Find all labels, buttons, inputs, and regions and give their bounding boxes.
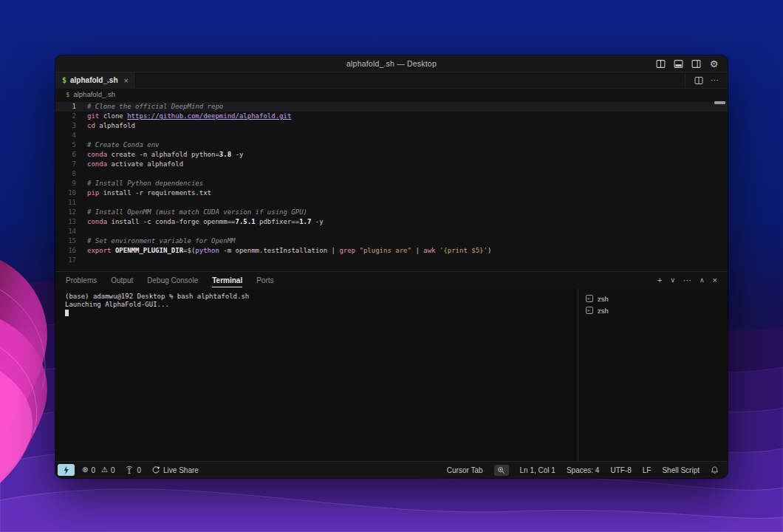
code-token: OPENMM_PLUGIN_DIR <box>115 247 183 254</box>
terminal-list-label: zsh <box>598 295 609 303</box>
code-token: | <box>411 247 423 254</box>
code-text: # Install OpenMM (must match CUDA versio… <box>87 208 307 217</box>
code-line[interactable]: 15# Set environment variable for OpenMM <box>55 236 728 246</box>
cursor-position-status[interactable]: Ln 1, Col 1 <box>520 466 555 474</box>
code-token: alphafold <box>95 122 135 129</box>
problems-status[interactable]: ⊗ 0 ⚠ 0 <box>82 466 114 474</box>
terminal-line: Launching AlphaFold-GUI... <box>65 301 578 309</box>
code-token: pip <box>87 189 99 197</box>
line-number: 17 <box>55 256 76 265</box>
code-token: # Clone the official DeepMind repo <box>87 103 223 110</box>
split-editor-icon[interactable] <box>656 59 666 69</box>
live-share-icon <box>151 466 160 474</box>
code-line[interactable]: 9# Install Python dependencies <box>55 179 728 188</box>
line-number: 2 <box>55 112 76 121</box>
language-mode-status[interactable]: Shell Script <box>662 466 700 474</box>
terminal-dropdown-chevron-icon[interactable]: ∨ <box>670 277 675 284</box>
code-text: # Install Python dependencies <box>87 179 203 188</box>
desktop: alphafold_.sh — Desktop ⚙ <box>0 0 783 532</box>
code-line[interactable]: 10pip install -r requirements.txt <box>55 188 728 198</box>
panel-tab-terminal[interactable]: Terminal <box>212 272 242 289</box>
line-number: 1 <box>55 102 76 112</box>
terminal-line: (base) adamwu@192 Desktop % bash alphtaf… <box>65 293 578 301</box>
toggle-secondary-sidebar-icon[interactable] <box>691 59 701 69</box>
line-number: 3 <box>55 121 76 131</box>
indentation-status[interactable]: Spaces: 4 <box>567 466 599 474</box>
code-line[interactable]: 7conda activate alphafold <box>55 160 728 169</box>
screencast-zoom-badge[interactable] <box>494 465 509 476</box>
line-number: 9 <box>55 179 76 188</box>
code-token: 3.8 <box>219 151 231 158</box>
split-editor-right-icon[interactable] <box>694 75 703 85</box>
tab-alphafold-sh[interactable]: $ alphafold_.sh × <box>55 72 136 88</box>
code-line[interactable]: 2git clone https://github.com/deepmind/a… <box>55 112 728 121</box>
more-actions-icon[interactable]: ⋯ <box>711 75 719 85</box>
code-token: # Install OpenMM (must match CUDA versio… <box>87 208 307 216</box>
terminal-list-item[interactable]: >_zsh <box>578 293 728 304</box>
code-token: install -c conda-forge openmm== <box>107 218 235 225</box>
new-terminal-plus-icon[interactable]: + <box>657 276 662 284</box>
panel-tab-problems[interactable]: Problems <box>66 272 97 289</box>
breadcrumb[interactable]: $ alphafold_.sh <box>55 89 728 100</box>
line-number: 15 <box>55 236 76 246</box>
code-token: python <box>195 247 219 254</box>
warning-count: 0 <box>111 466 115 474</box>
code-line[interactable]: 3cd alphafold <box>55 121 728 131</box>
line-number: 10 <box>55 188 76 198</box>
line-number: 6 <box>55 150 76 160</box>
encoding-status[interactable]: UTF-8 <box>610 466 631 474</box>
panel-tab-output[interactable]: Output <box>111 272 133 289</box>
remote-indicator[interactable] <box>58 464 75 476</box>
code-line[interactable]: 5# Create Conda env <box>55 140 728 150</box>
line-number: 7 <box>55 160 76 169</box>
code-line[interactable]: 13conda install -c conda-forge openmm==7… <box>55 217 728 227</box>
maximize-panel-chevron-icon[interactable]: ∧ <box>700 277 705 284</box>
code-line[interactable]: 17 <box>55 256 728 265</box>
code-text: pip install -r requirements.txt <box>87 188 211 198</box>
editor-tab-bar: $ alphafold_.sh × ⋯ <box>55 72 728 89</box>
code-token: # Install Python dependencies <box>87 180 203 187</box>
code-token: "plugins are" <box>360 247 411 254</box>
code-line[interactable]: 1# Clone the official DeepMind repo <box>55 102 728 112</box>
line-number: 11 <box>55 198 76 208</box>
code-text: # Set environment variable for OpenMM <box>87 236 235 246</box>
code-text: # Clone the official DeepMind repo <box>87 102 223 112</box>
ports-count: 0 <box>137 466 141 474</box>
terminal-list-item[interactable]: >_zsh <box>578 304 728 316</box>
panel-more-icon[interactable]: ⋯ <box>683 276 691 284</box>
window-title: alphafold_.sh — Desktop <box>55 59 728 68</box>
code-token: export <box>87 247 112 254</box>
tab-close-icon[interactable]: × <box>123 76 128 85</box>
customize-layout-gear-icon[interactable]: ⚙ <box>709 59 719 69</box>
close-panel-icon[interactable]: × <box>713 276 717 284</box>
editor-scrollbar-thumb[interactable] <box>714 101 725 104</box>
live-share-label: Live Share <box>163 466 199 474</box>
title-bar[interactable]: alphafold_.sh — Desktop ⚙ <box>55 55 728 72</box>
warning-icon: ⚠ <box>101 466 108 474</box>
code-line[interactable]: 11 <box>55 198 728 208</box>
toggle-panel-icon[interactable] <box>674 59 683 69</box>
live-share-status[interactable]: Live Share <box>151 466 199 474</box>
code-line[interactable]: 6conda create -n alphafold python=3.8 -y <box>55 150 728 160</box>
code-line[interactable]: 14 <box>55 227 728 236</box>
editor-pane[interactable]: 1# Clone the official DeepMind repo2git … <box>55 100 728 271</box>
code-line[interactable]: 12# Install OpenMM (must match CUDA vers… <box>55 208 728 217</box>
terminal-list-label: zsh <box>598 307 609 315</box>
eol-status[interactable]: LF <box>643 466 652 474</box>
code-token: -y <box>311 218 323 225</box>
code-token: =$( <box>183 247 195 254</box>
cursor-tab-status[interactable]: Cursor Tab <box>447 466 483 474</box>
panel-tab-debug-console[interactable]: Debug Console <box>147 272 198 289</box>
notifications-bell-icon[interactable] <box>711 466 719 474</box>
line-number: 13 <box>55 217 76 227</box>
code-line[interactable]: 16export OPENMM_PLUGIN_DIR=$(python -m o… <box>55 246 728 256</box>
terminal-output[interactable]: (base) adamwu@192 Desktop % bash alphtaf… <box>55 289 578 461</box>
breadcrumb-label: alphafold_.sh <box>73 90 115 98</box>
panel-tab-ports[interactable]: Ports <box>256 272 273 289</box>
code-line[interactable]: 8 <box>55 169 728 179</box>
line-number: 8 <box>55 169 76 179</box>
terminal-list: >_zsh>_zsh <box>578 289 728 461</box>
code-line[interactable]: 4 <box>55 131 728 140</box>
ports-status[interactable]: 0 <box>125 466 141 474</box>
code-token: # Set environment variable for OpenMM <box>87 237 235 245</box>
